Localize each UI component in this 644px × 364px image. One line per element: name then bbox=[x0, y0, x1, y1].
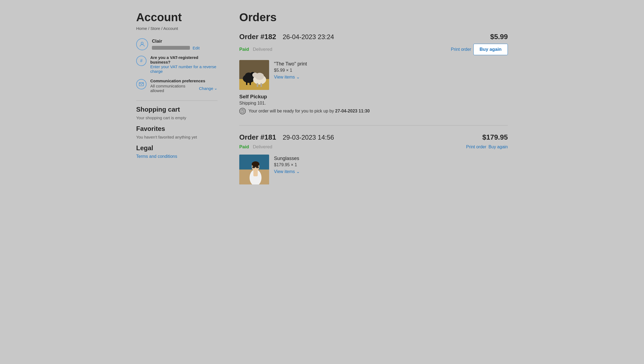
svg-rect-26 bbox=[256, 166, 259, 168]
comm-change-row: All communications allowed Change ⌄ bbox=[150, 84, 218, 93]
clock-icon bbox=[239, 108, 246, 114]
user-name: Clair bbox=[152, 39, 200, 44]
pickup-subtitle-182: Shipping 101. bbox=[239, 101, 508, 106]
svg-rect-13 bbox=[257, 83, 258, 87]
svg-rect-14 bbox=[260, 83, 262, 87]
pickup-section-182: Self Pickup Shipping 101. Your order wil… bbox=[239, 94, 508, 114]
chevron-down-icon: ⌄ bbox=[214, 86, 218, 91]
vat-link[interactable]: Enter your VAT number for a reverse char… bbox=[150, 64, 216, 74]
vat-text: Are you a VAT-registered business? Enter… bbox=[150, 55, 218, 74]
order-actions-182: Print order Buy again bbox=[451, 44, 508, 55]
order-item-details-181-0: Sunglasses $179.95 × 1 View items ⌄ bbox=[274, 155, 300, 174]
shopping-cart-empty: Your shopping cart is empty bbox=[136, 115, 218, 120]
sidebar: Account Home / Store / Account Clair Edi… bbox=[136, 11, 218, 195]
badge-paid-182: Paid bbox=[239, 47, 249, 52]
hash-icon: # bbox=[136, 56, 146, 66]
sidebar-divider bbox=[136, 101, 218, 101]
user-avatar-icon bbox=[136, 38, 148, 50]
main-content: Orders Order #182 26-04-2023 23:24 $5.99… bbox=[239, 11, 508, 195]
communications-section: Communication preferences All communicat… bbox=[136, 79, 218, 93]
order-item-details-182-0: "The Two" print $5.99 × 1 View items ⌄ bbox=[274, 60, 307, 80]
order-item-row-182-0: "The Two" print $5.99 × 1 View items ⌄ bbox=[239, 60, 508, 90]
legal-title: Legal bbox=[136, 144, 218, 152]
order-divider bbox=[239, 125, 508, 125]
chevron-down-icon: ⌄ bbox=[296, 74, 300, 80]
badge-delivered-181: Delivered bbox=[253, 144, 272, 150]
terms-link[interactable]: Terms and conditions bbox=[136, 154, 177, 159]
vat-heading: Are you a VAT-registered business? bbox=[150, 55, 198, 64]
pickup-notice-text: Your order will be ready for you to pick… bbox=[248, 109, 335, 113]
page-title: Account bbox=[136, 11, 218, 24]
product-image-sheep bbox=[239, 60, 269, 90]
svg-line-17 bbox=[243, 111, 243, 112]
shopping-cart-section: Shopping cart Your shopping cart is empt… bbox=[136, 106, 218, 120]
print-order-link-182[interactable]: Print order bbox=[451, 47, 471, 52]
user-field-bar bbox=[152, 46, 190, 50]
legal-section: Legal Terms and conditions bbox=[136, 144, 218, 159]
order-status-row-181: Paid Delivered Print order Buy again bbox=[239, 144, 508, 150]
order-card-182: Order #182 26-04-2023 23:24 $5.99 Paid D… bbox=[239, 33, 508, 114]
svg-point-0 bbox=[141, 42, 143, 44]
view-items-link-182-0[interactable]: View items ⌄ bbox=[274, 74, 300, 80]
svg-point-10 bbox=[252, 73, 258, 77]
item-price-181-0: $179.95 × 1 bbox=[274, 162, 300, 167]
item-price-182-0: $5.99 × 1 bbox=[274, 68, 307, 73]
breadcrumb-home[interactable]: Home bbox=[136, 26, 147, 31]
change-link[interactable]: Change ⌄ bbox=[199, 86, 218, 91]
user-field-row: Edit bbox=[152, 46, 200, 50]
envelope-icon bbox=[136, 79, 146, 89]
pickup-title-182: Self Pickup bbox=[239, 94, 508, 100]
user-info: Clair Edit bbox=[152, 39, 200, 50]
badge-paid-181: Paid bbox=[239, 144, 249, 150]
badge-delivered-182: Delivered bbox=[253, 47, 272, 52]
order-card-181: Order #181 29-03-2023 14:56 $179.95 Paid… bbox=[239, 133, 508, 184]
buy-again-button-182[interactable]: Buy again bbox=[473, 44, 508, 55]
order-date-181: 29-03-2023 14:56 bbox=[283, 134, 334, 141]
svg-rect-25 bbox=[252, 166, 255, 168]
orders-title: Orders bbox=[239, 11, 508, 24]
order-number-181: Order #181 bbox=[239, 133, 276, 142]
product-image-sunglasses bbox=[239, 155, 269, 184]
comm-status: All communications allowed bbox=[150, 84, 197, 93]
breadcrumb-current: Account bbox=[163, 26, 178, 31]
pickup-ready-date: 27-04-2023 11:30 bbox=[335, 109, 370, 113]
pickup-notice-182: Your order will be ready for you to pick… bbox=[239, 108, 508, 114]
order-header-181: Order #181 29-03-2023 14:56 $179.95 bbox=[239, 133, 508, 142]
shopping-cart-title: Shopping cart bbox=[136, 106, 218, 113]
view-items-link-181-0[interactable]: View items ⌄ bbox=[274, 169, 300, 174]
item-name-181-0: Sunglasses bbox=[274, 156, 300, 161]
favorites-section: Favorites You haven't favorited anything… bbox=[136, 125, 218, 139]
breadcrumb: Home / Store / Account bbox=[136, 26, 218, 31]
order-header-182: Order #182 26-04-2023 23:24 $5.99 bbox=[239, 33, 508, 41]
favorites-title: Favorites bbox=[136, 125, 218, 133]
buy-again-link-181[interactable]: Buy again bbox=[489, 145, 508, 149]
user-section: Clair Edit bbox=[136, 38, 218, 50]
svg-point-24 bbox=[252, 161, 259, 167]
chevron-down-icon: ⌄ bbox=[296, 169, 300, 174]
order-item-row-181-0: Sunglasses $179.95 × 1 View items ⌄ bbox=[239, 155, 508, 184]
comm-text: Communication preferences All communicat… bbox=[150, 79, 218, 93]
order-number-182: Order #182 bbox=[239, 33, 276, 41]
print-order-link-181[interactable]: Print order bbox=[466, 145, 486, 149]
item-name-182-0: "The Two" print bbox=[274, 61, 307, 67]
comm-heading: Communication preferences bbox=[150, 79, 205, 83]
edit-link[interactable]: Edit bbox=[193, 46, 200, 50]
vat-section: # Are you a VAT-registered business? Ent… bbox=[136, 55, 218, 74]
order-total-182: $5.99 bbox=[490, 33, 508, 41]
svg-rect-12 bbox=[250, 82, 251, 85]
order-date-182: 26-04-2023 23:24 bbox=[283, 33, 334, 41]
favorites-empty: You haven't favorited anything yet bbox=[136, 135, 218, 139]
order-actions-181: Print order Buy again bbox=[466, 145, 508, 149]
order-status-row-182: Paid Delivered Print order Buy again bbox=[239, 44, 508, 55]
order-total-181: $179.95 bbox=[482, 133, 508, 142]
breadcrumb-store[interactable]: Store bbox=[151, 26, 160, 31]
svg-rect-11 bbox=[246, 82, 247, 85]
